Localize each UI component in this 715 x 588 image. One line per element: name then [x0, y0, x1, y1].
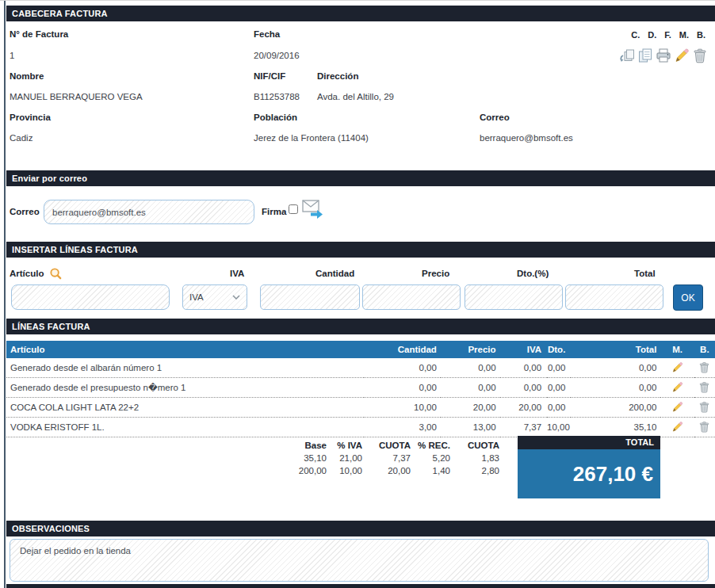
- action-letter-b: B.: [697, 30, 705, 40]
- send-email-icon[interactable]: [302, 199, 323, 219]
- section-title: OBSERVACIONES: [12, 524, 90, 533]
- summary-cell: 7,37: [362, 452, 411, 464]
- correo-header-value: berraquero@bmsoft.es: [480, 133, 573, 143]
- summary-cell: 35,10: [285, 452, 327, 464]
- col-iva: IVA: [500, 341, 548, 358]
- summary-header-iva: % IVA: [327, 439, 362, 452]
- row-edit-icon[interactable]: [671, 425, 683, 434]
- section-header-bottom: [6, 584, 715, 588]
- section-header-cabecera: CABECERA FACTURA: [6, 6, 715, 21]
- col-dto: Dto.: [547, 341, 571, 358]
- nif-value: B11253788: [254, 92, 300, 101]
- edit-icon[interactable]: [674, 48, 690, 63]
- summary-cell: 10,00: [327, 464, 362, 477]
- print-icon[interactable]: [656, 48, 671, 63]
- articulo-label: Artículo: [10, 269, 44, 278]
- section-title: Enviar por correo: [12, 174, 87, 183]
- cantidad-insert-label: Cantidad: [315, 269, 354, 278]
- table-row: Generado desde el presupuesto n�mero 1 0…: [6, 378, 715, 398]
- total-input[interactable]: [565, 284, 663, 310]
- row-edit-icon[interactable]: [671, 385, 683, 395]
- provincia-label: Provincia: [10, 113, 51, 122]
- action-letter-m: M.: [679, 30, 689, 40]
- section-title: INSERTAR LÍNEAS FACTURA: [12, 245, 138, 254]
- cell-iva: 0,00: [500, 358, 548, 378]
- duplicate-icon[interactable]: [637, 48, 653, 63]
- row-delete-icon[interactable]: [698, 405, 710, 414]
- summary-header-base: Base: [285, 439, 327, 452]
- firma-checkbox[interactable]: [289, 204, 298, 214]
- search-article-icon[interactable]: [49, 267, 63, 281]
- row-delete-icon[interactable]: [698, 365, 710, 375]
- col-borrar: B.: [694, 341, 715, 358]
- col-precio: Precio: [441, 341, 500, 358]
- invoice-page: CABECERA FACTURA N° de Factura Fecha C. …: [0, 0, 715, 588]
- cell-articulo: Generado desde el albarán número 1: [6, 358, 364, 378]
- cell-iva: 20,00: [500, 398, 548, 418]
- provincia-value: Cadiz: [10, 133, 32, 143]
- precio-input[interactable]: [362, 284, 461, 310]
- direccion-value: Avda. del Altillo, 29: [317, 92, 394, 101]
- poblacion-value: Jerez de la Frontera (11404): [254, 133, 369, 143]
- cantidad-input[interactable]: [260, 284, 360, 310]
- observaciones-textarea[interactable]: Dejar el pedido en la tienda: [10, 539, 709, 582]
- col-cantidad: Cantidad: [364, 341, 441, 358]
- summary-header-cuota: CUOTA: [362, 439, 411, 452]
- section-title: CABECERA FACTURA: [12, 9, 108, 18]
- invoice-lines-table: Artículo Cantidad Precio IVA Dto. Total …: [6, 341, 715, 437]
- row-edit-icon[interactable]: [671, 365, 683, 375]
- cell-cantidad: 0,00: [364, 378, 441, 398]
- cell-dto: 0,00: [547, 398, 571, 418]
- delete-icon[interactable]: [692, 48, 708, 63]
- cell-total: 0,00: [571, 378, 660, 398]
- cell-total: 200,00: [571, 398, 660, 418]
- cell-precio: 0,00: [441, 358, 500, 378]
- cell-articulo: Generado desde el presupuesto n�mero 1: [6, 378, 364, 398]
- cell-cantidad: 10,00: [364, 398, 441, 418]
- tax-summary: Base % IVA CUOTA % REC. CUOTA 35,10 21,0…: [285, 439, 499, 477]
- iva-select[interactable]: IVA: [182, 284, 247, 310]
- firma-label: Firma: [262, 207, 286, 216]
- cell-articulo: COCA COLA LIGHT LATA 22+2: [6, 398, 364, 418]
- section-title: LÍNEAS FACTURA: [12, 322, 90, 331]
- dto-insert-label: Dto.(%): [517, 269, 549, 278]
- total-value: 267,10 €: [518, 449, 660, 498]
- action-letters: C. D. F. M. B.: [631, 30, 705, 40]
- action-letter-d: D.: [648, 30, 656, 40]
- iva-select-value: IVA: [189, 292, 204, 302]
- col-total: Total: [571, 341, 660, 358]
- correo-input[interactable]: [44, 200, 254, 224]
- copy-send-icon[interactable]: [619, 48, 635, 63]
- direccion-label: Dirección: [317, 71, 358, 81]
- dto-input[interactable]: [465, 284, 563, 310]
- fecha-value: 20/09/2016: [254, 51, 300, 60]
- action-letter-f: F.: [664, 30, 671, 40]
- row-edit-icon[interactable]: [671, 405, 683, 414]
- summary-cell: 2,80: [450, 464, 499, 477]
- poblacion-label: Población: [254, 113, 297, 122]
- section-header-insertar: INSERTAR LÍNEAS FACTURA: [6, 242, 715, 258]
- cell-articulo: VODKA ERISTOFF 1L.: [6, 418, 364, 437]
- action-icons: [619, 48, 708, 63]
- summary-cell: 5,20: [411, 452, 450, 464]
- cell-dto: 0,00: [547, 378, 571, 398]
- articulo-input[interactable]: [11, 284, 170, 310]
- row-delete-icon[interactable]: [698, 385, 710, 395]
- left-border: [4, 1, 6, 588]
- cell-total: 35,10: [571, 418, 660, 437]
- fecha-label: Fecha: [254, 29, 280, 39]
- cell-precio: 0,00: [441, 378, 500, 398]
- cell-iva: 7,37: [500, 418, 548, 437]
- nif-label: NIF/CIF: [254, 71, 285, 81]
- col-modificar: M.: [660, 341, 694, 358]
- num-factura-label: N° de Factura: [10, 29, 68, 39]
- cell-precio: 20,00: [441, 398, 500, 418]
- cell-cantidad: 0,00: [364, 358, 441, 378]
- ok-button[interactable]: OK: [673, 284, 703, 311]
- precio-insert-label: Precio: [422, 269, 449, 278]
- num-factura-value: 1: [10, 51, 14, 60]
- action-letter-c: C.: [631, 30, 640, 40]
- chevron-down-icon: [232, 295, 240, 300]
- row-delete-icon[interactable]: [698, 425, 710, 434]
- cell-dto: 0,00: [547, 358, 571, 378]
